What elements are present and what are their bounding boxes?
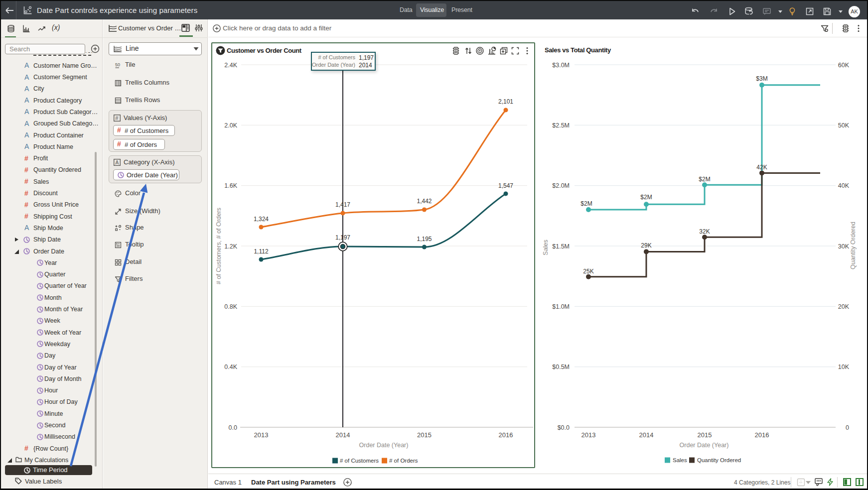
svg-text:1,112: 1,112: [254, 248, 268, 255]
svg-text:# of Orders: # of Orders: [389, 458, 418, 464]
svg-text:2016: 2016: [755, 431, 769, 439]
svg-text:$0.5M: $0.5M: [552, 364, 570, 370]
svg-text:32K: 32K: [699, 228, 710, 235]
svg-text:29K: 29K: [641, 242, 651, 249]
svg-text:50K: 50K: [838, 122, 850, 129]
svg-text:$3.0M: $3.0M: [552, 62, 570, 69]
svg-text:Order Date (Year): Order Date (Year): [680, 442, 729, 449]
svg-text:2016: 2016: [499, 431, 513, 439]
svg-text:1,324: 1,324: [254, 216, 269, 223]
svg-text:$2M: $2M: [699, 176, 710, 183]
svg-text:1.6K: 1.6K: [224, 182, 237, 189]
svg-text:1,442: 1,442: [417, 198, 432, 205]
svg-text:2015: 2015: [417, 431, 432, 439]
svg-text:$2M: $2M: [640, 194, 652, 201]
svg-text:Sales: Sales: [542, 240, 549, 255]
svg-text:# of Customers: # of Customers: [340, 458, 379, 464]
svg-text:1,547: 1,547: [498, 182, 513, 189]
svg-text:$1.5M: $1.5M: [552, 243, 570, 250]
svg-text:40K: 40K: [838, 182, 850, 189]
svg-text:$0.0: $0.0: [558, 424, 570, 431]
svg-text:2014: 2014: [336, 431, 350, 439]
svg-text:2,101: 2,101: [498, 98, 513, 105]
svg-text:# of Customers, # of Orders: # of Customers, # of Orders: [215, 208, 222, 284]
svg-text:10K: 10K: [838, 364, 850, 370]
svg-text:Order Date (Year): Order Date (Year): [359, 442, 409, 449]
svg-text:$1.0M: $1.0M: [552, 303, 570, 310]
svg-text:2014: 2014: [639, 431, 654, 439]
svg-text:2015: 2015: [698, 431, 712, 439]
svg-text:Quantity Ordered: Quantity Ordered: [850, 222, 857, 269]
svg-text:0.8K: 0.8K: [224, 303, 237, 310]
svg-text:25K: 25K: [583, 268, 593, 275]
svg-text:$3M: $3M: [756, 75, 767, 82]
svg-text:2.4K: 2.4K: [224, 62, 237, 69]
svg-text:0: 0: [846, 424, 849, 431]
svg-text:60K: 60K: [838, 62, 850, 69]
svg-text:$2M: $2M: [580, 200, 592, 207]
svg-text:50: 50: [115, 62, 120, 67]
svg-text:1,417: 1,417: [335, 201, 350, 208]
svg-text:1.2K: 1.2K: [224, 243, 237, 250]
svg-text:Quantity Ordered: Quantity Ordered: [697, 457, 741, 463]
svg-text:1,197: 1,197: [335, 234, 350, 241]
svg-text:0.4K: 0.4K: [224, 364, 237, 370]
svg-text:2.0K: 2.0K: [224, 122, 237, 129]
svg-text:0.0: 0.0: [229, 424, 237, 431]
svg-text:30K: 30K: [838, 243, 850, 250]
svg-text:A: A: [115, 160, 119, 165]
svg-text:2013: 2013: [581, 431, 596, 439]
svg-text:42K: 42K: [756, 164, 767, 171]
svg-text:Sales: Sales: [673, 457, 687, 463]
svg-text:#: #: [115, 115, 119, 121]
svg-text:2013: 2013: [254, 431, 269, 439]
svg-text:$2.5M: $2.5M: [552, 122, 570, 129]
svg-text:$2.0M: $2.0M: [552, 182, 570, 189]
svg-text:20K: 20K: [838, 303, 850, 310]
svg-text:1,195: 1,195: [417, 236, 432, 243]
